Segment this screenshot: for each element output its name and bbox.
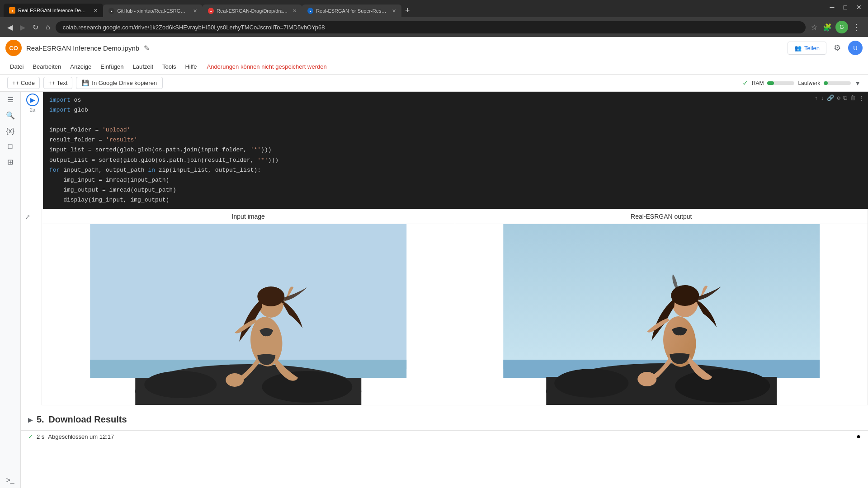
- forward-button[interactable]: ▶: [18, 21, 27, 33]
- svg-rect-0: [90, 224, 406, 369]
- svg-point-5: [262, 371, 352, 403]
- add-code-button[interactable]: + + Code: [7, 77, 40, 89]
- svg-point-15: [675, 369, 770, 403]
- ram-label: RAM: [752, 80, 764, 86]
- sidebar-variables-icon[interactable]: {x}: [6, 127, 14, 135]
- svg-rect-10: [503, 224, 820, 369]
- tab3-title: Real-ESRGAN-Drag/Drop/drag&...: [217, 8, 288, 14]
- reload-button[interactable]: ↻: [31, 21, 40, 33]
- menu-tools[interactable]: Tools: [158, 61, 180, 73]
- menu-hilfe[interactable]: Hilfe: [180, 61, 201, 73]
- tab4-favicon: ●: [307, 8, 313, 14]
- status-check-icon: ✓: [28, 433, 33, 440]
- laufwerk-label: Laufwerk: [798, 80, 820, 86]
- svg-point-14: [554, 369, 628, 398]
- drive-copy-button[interactable]: 💾 In Google Drive kopieren: [76, 77, 163, 89]
- svg-point-4: [144, 371, 217, 398]
- browser-tab-2[interactable]: ● GitHub - xinntao/Real-ESRGAN:... ✕: [103, 5, 203, 17]
- cell-more-icon[interactable]: ⋮: [859, 94, 864, 103]
- address-bar[interactable]: [56, 21, 806, 33]
- section-heading: ▶ 5. Download Results: [21, 409, 868, 430]
- tab2-favicon: ●: [108, 8, 114, 14]
- check-icon: ✓: [742, 79, 748, 87]
- output-image-title: Real-ESRGAN output: [455, 209, 868, 224]
- maximize-button[interactable]: □: [841, 3, 850, 12]
- status-green-dot: ●: [856, 432, 861, 441]
- plus-code-icon: +: [12, 80, 16, 86]
- output-expand-icon[interactable]: ⤢: [25, 213, 30, 221]
- notebook-title: Real-ESRGAN Inference Demo.ipynb: [26, 44, 139, 52]
- menu-anzeige[interactable]: Anzeige: [66, 61, 96, 73]
- sidebar-files-icon[interactable]: ⊞: [7, 158, 13, 166]
- cell-delete-icon[interactable]: 🗑: [850, 94, 856, 103]
- plus-text-icon: +: [48, 80, 52, 86]
- toolbar-expand-icon[interactable]: ▼: [854, 80, 861, 87]
- settings-dots-icon[interactable]: ⋮: [850, 21, 863, 33]
- close-button[interactable]: ✕: [854, 3, 864, 12]
- menu-laufzeit[interactable]: Laufzeit: [128, 61, 158, 73]
- svg-point-18: [671, 285, 699, 306]
- section-expand-icon[interactable]: ▶: [28, 416, 33, 423]
- unsaved-message: Änderungen können nicht gespeichert werd…: [207, 63, 326, 70]
- status-time: 2 s: [37, 433, 44, 440]
- minimize-button[interactable]: ─: [827, 3, 837, 12]
- browser-tab-4[interactable]: ● Real-ESRGAN for Super-Resolu... ✕: [302, 5, 401, 17]
- profile-icon[interactable]: G: [835, 21, 848, 33]
- back-button[interactable]: ◀: [5, 21, 14, 33]
- browser-tab-1[interactable]: ● Real-ESRGAN Inference Demo.i... ✕: [4, 4, 103, 17]
- output-toolbar: [857, 209, 861, 213]
- cell-link-icon[interactable]: 🔗: [827, 94, 834, 103]
- output-image-panel: Real-ESRGAN output: [455, 209, 868, 405]
- share-button[interactable]: 👥 Teilen: [788, 42, 826, 55]
- drive-icon: 💾: [82, 80, 89, 86]
- tab2-close[interactable]: ✕: [193, 8, 197, 14]
- section-title: 5. Download Results: [37, 414, 127, 425]
- sidebar-search-icon[interactable]: 🔍: [6, 111, 15, 120]
- run-cell-button[interactable]: ▶: [26, 94, 39, 106]
- save-icon[interactable]: ✎: [144, 44, 150, 52]
- svg-point-19: [637, 372, 656, 386]
- tab3-close[interactable]: ✕: [292, 8, 297, 14]
- cell-move-down-icon[interactable]: ↓: [821, 94, 824, 103]
- tab1-title: Real-ESRGAN Inference Demo.i...: [18, 8, 89, 13]
- cell-status-bar: ✓ 2 s Abgeschlossen um 12:17 ●: [21, 430, 868, 442]
- cell-settings-icon[interactable]: ⚙: [837, 94, 840, 103]
- bookmark-star-icon[interactable]: ☆: [809, 22, 819, 33]
- tab4-close[interactable]: ✕: [392, 8, 396, 14]
- tab2-title: GitHub - xinntao/Real-ESRGAN:...: [117, 8, 189, 14]
- output-cell: ⤢ Input image: [42, 209, 868, 405]
- menu-einfuegen[interactable]: Einfügen: [96, 61, 128, 73]
- ram-bar: [767, 81, 794, 85]
- sidebar-menu-icon[interactable]: ☰: [7, 95, 14, 104]
- laufwerk-bar: [824, 81, 851, 85]
- tab1-favicon: ●: [9, 7, 15, 14]
- user-avatar[interactable]: U: [848, 41, 863, 55]
- cell-copy-icon[interactable]: ⧉: [843, 94, 847, 103]
- sidebar-toc-icon[interactable]: □: [8, 142, 13, 150]
- gear-icon[interactable]: ⚙: [834, 43, 841, 53]
- status-completed: Abgeschlossen um 12:17: [48, 433, 114, 440]
- sidebar-terminal-icon[interactable]: >_: [6, 476, 14, 484]
- colab-logo: CO: [5, 40, 22, 56]
- tab3-favicon: ●: [208, 8, 214, 14]
- tab4-title: Real-ESRGAN for Super-Resolu...: [316, 8, 387, 14]
- browser-tab-3[interactable]: ● Real-ESRGAN-Drag/Drop/drag&... ✕: [203, 5, 302, 17]
- input-image-title: Input image: [42, 209, 455, 224]
- menu-datei[interactable]: Datei: [5, 61, 28, 73]
- code-cell: ▶ 2a ↑ ↓ 🔗 ⚙ ⧉ 🗑 ⋮: [21, 92, 868, 209]
- new-tab-button[interactable]: +: [401, 6, 414, 15]
- input-image-panel: Input image: [42, 209, 455, 405]
- menu-bearbeiten[interactable]: Bearbeiten: [28, 61, 66, 73]
- people-icon: 👥: [794, 45, 802, 52]
- extensions-icon[interactable]: 🧩: [821, 22, 834, 33]
- svg-point-9: [226, 373, 244, 387]
- tab1-close[interactable]: ✕: [94, 8, 98, 14]
- add-text-button[interactable]: + + Text: [43, 77, 72, 89]
- cell-number: 2a: [30, 107, 35, 113]
- cell-move-up-icon[interactable]: ↑: [815, 94, 818, 103]
- home-button[interactable]: ⌂: [44, 21, 52, 33]
